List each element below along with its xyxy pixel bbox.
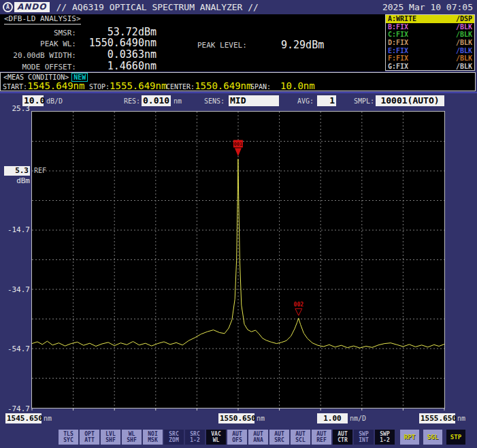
trace-mode: /BLK: [456, 63, 472, 70]
stop-field[interactable]: STOP: 1555.649nm: [89, 80, 167, 91]
softkey-label: SWP: [359, 431, 368, 437]
softkey-aut-src[interactable]: AUTSRC: [269, 430, 289, 445]
softkey-opt-att[interactable]: OPTATT: [80, 430, 99, 445]
res-label: RES:: [124, 97, 140, 105]
softkey-row: TLSSYCOPTATTLVLSHFWLSHFNOIMSKSRCZOMSRC1-…: [59, 430, 395, 445]
trace-row-e[interactable]: E:FIX/BLK: [386, 46, 474, 54]
trace-row-g[interactable]: G:FIX/BLK: [386, 62, 474, 70]
softkey-label: SCL: [295, 437, 305, 443]
start-field[interactable]: START: 1545.649nm: [3, 80, 84, 91]
softkey-vac-wl[interactable]: VACWL: [206, 430, 226, 445]
softkey-src-1-2[interactable]: SRC1-2: [185, 430, 205, 445]
stop-label: STOP:: [89, 83, 110, 91]
softkey-src-zom[interactable]: SRCZOM: [164, 430, 184, 445]
softkey-label: VAC: [211, 431, 220, 437]
sens-value[interactable]: MID: [229, 95, 279, 106]
trace-name: E:FIX: [388, 47, 408, 54]
start-label: START:: [3, 83, 27, 91]
ando-logo: A ANDO: [3, 2, 50, 12]
x-stop-unit: nm: [457, 415, 465, 422]
softkey-label: AUT: [253, 431, 263, 437]
trace-name: C:FIX: [388, 31, 408, 38]
softkey-label: OFS: [232, 437, 242, 443]
osa-screen: A ANDO // AQ6319 OPTICAL SPECTRUM ANALYZ…: [0, 0, 477, 448]
peak-level-label: PEAK LEVEL:: [197, 41, 247, 50]
analysis-row-width: 20.00dB WIDTH: 0.0363nm: [0, 48, 157, 61]
ref-level-box[interactable]: 5.3: [4, 166, 30, 176]
x-center-unit: nm: [257, 415, 265, 422]
trace-name: D:FIX: [388, 39, 408, 46]
trace-name: F:FIX: [388, 54, 408, 62]
softkey-sgl[interactable]: SGL: [423, 430, 442, 445]
softkey-aut-ana[interactable]: AUTANA: [248, 430, 268, 445]
ando-logo-text: ANDO: [14, 2, 50, 12]
softkey-swp-1-2[interactable]: SWP1-2: [375, 430, 395, 445]
softkey-noi-msk[interactable]: NOIMSK: [143, 430, 163, 445]
peak-wl-label: PEAK WL:: [0, 39, 76, 48]
peak-marker-002[interactable]: 002: [294, 302, 304, 315]
softkey-label: NOI: [148, 431, 157, 437]
softkey-label: SGL: [427, 430, 438, 445]
softkey-label: ZOM: [169, 437, 178, 443]
softkey-rpt[interactable]: RPT: [400, 430, 419, 445]
trace-mode: /BLK: [456, 31, 472, 38]
softkey-label: REF: [316, 437, 326, 443]
softkey-aut-ctr[interactable]: AUTCTR: [333, 430, 352, 445]
softkey-label: SRC: [190, 431, 199, 437]
svg-text:002: 002: [294, 302, 304, 308]
softkey-aut-ofs[interactable]: AUTOFS: [227, 430, 247, 445]
softkey-label: AUT: [316, 431, 326, 437]
softkey-label: SRC: [274, 437, 284, 443]
dfb-panel-title: <DFB-LD ANALYSIS>: [4, 14, 81, 25]
y-axis-unit: dBm: [0, 176, 30, 185]
trace-row-f[interactable]: F:FIX/BLK: [386, 54, 474, 63]
span-label: SPAN:: [250, 83, 271, 91]
width-value: 0.0363nm: [76, 48, 157, 61]
trace-status-panel: A:WRITE/DSPB:FIX/BLKC:FIX/BLKD:FIX/BLKE:…: [385, 14, 475, 71]
softkey-aut-scl[interactable]: AUTSCL: [291, 430, 310, 445]
sens-label: SENS:: [204, 97, 225, 105]
ref-line-label: REF: [34, 167, 46, 174]
softkey-label: WL: [213, 437, 220, 443]
x-center-value[interactable]: 1550.650: [218, 413, 254, 423]
analysis-row-peak-wl: PEAK WL: 1550.6490nm: [0, 37, 157, 49]
softkey-stp[interactable]: STP: [446, 430, 465, 445]
level-scale-unit: dB/D: [46, 97, 63, 105]
avg-value[interactable]: 1: [317, 95, 336, 106]
softkey-wl-shf[interactable]: WLSHF: [122, 430, 142, 445]
trace-mode: /BLK: [456, 54, 472, 62]
center-value: 1550.649nm: [195, 80, 252, 91]
y-label-bottom: -74.7: [0, 404, 30, 413]
width-label: 20.00dB WIDTH:: [0, 51, 76, 60]
trace-row-c[interactable]: C:FIX/BLK: [386, 31, 474, 39]
trace-row-b[interactable]: B:FIX/BLK: [386, 23, 474, 31]
softkey-label: ANA: [253, 437, 263, 443]
datetime: 2025 Mar 10 07:05: [382, 2, 473, 12]
res-value[interactable]: 0.010: [142, 95, 171, 106]
softkey-lvl-shf[interactable]: LVLSHF: [101, 430, 120, 445]
svg-text:001: 001: [234, 142, 243, 147]
softkey-label: AUT: [295, 431, 305, 437]
softkey-label: SWP: [380, 431, 389, 437]
span-field[interactable]: SPAN: 10.0nm: [250, 80, 315, 91]
x-start-unit: nm: [44, 415, 52, 422]
softkey-swp-int[interactable]: SWPINT: [354, 430, 374, 445]
softkey-label: AUT: [274, 431, 284, 437]
softkey-aut-ref[interactable]: AUTREF: [312, 430, 331, 445]
mode-offset-value: 1.4660nm: [76, 60, 157, 72]
softkey-label: MSK: [148, 437, 157, 443]
smpl-value[interactable]: 10001(AUTO): [376, 95, 444, 106]
x-scale-value[interactable]: 1.00: [317, 413, 348, 423]
softkey-label: TLS: [63, 431, 73, 437]
trace-mode: /BLK: [456, 47, 472, 54]
start-value: 1545.649nm: [27, 80, 84, 91]
trace-row-d[interactable]: D:FIX/BLK: [386, 39, 474, 47]
ando-logo-mark-icon: A: [3, 2, 13, 12]
x-stop-value[interactable]: 1555.650: [419, 413, 455, 423]
avg-label: AVG:: [297, 97, 314, 105]
trace-row-a[interactable]: A:WRITE/DSP: [386, 15, 474, 23]
peak-marker-001[interactable]: 001: [233, 140, 243, 157]
softkey-tls-syc[interactable]: TLSSYC: [59, 430, 78, 445]
x-start-value[interactable]: 1545.650: [5, 413, 42, 423]
center-field[interactable]: CENTER: 1550.649nm: [166, 80, 252, 91]
